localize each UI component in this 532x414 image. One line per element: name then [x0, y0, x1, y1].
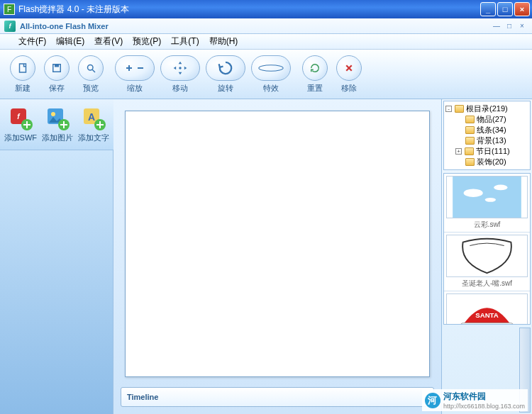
svg-point-22: [464, 189, 483, 197]
folder-icon: [465, 137, 475, 145]
thumbnail-item[interactable]: SANTA圣诞老人-帽子.swf: [444, 291, 530, 325]
tree-item[interactable]: +节日(111): [445, 146, 528, 157]
svg-point-3: [88, 65, 94, 70]
timeline-wrap: Timeline: [113, 384, 441, 414]
add-swf-button[interactable]: f 添加SWF: [4, 106, 37, 143]
preview-label: 预览: [83, 83, 99, 94]
timeline[interactable]: Timeline: [121, 387, 434, 407]
collapse-icon[interactable]: -: [445, 106, 452, 112]
folder-icon: [465, 147, 474, 155]
thumbnail-label: 云彩.swf: [474, 220, 501, 228]
move-label: 移动: [172, 83, 188, 94]
svg-rect-25: [460, 323, 514, 325]
save-button[interactable]: 保存: [40, 55, 74, 94]
svg-point-16: [51, 112, 55, 116]
svg-rect-2: [55, 64, 59, 67]
reset-label: 重置: [307, 83, 323, 94]
menu-tools[interactable]: 工具(T): [171, 35, 199, 47]
toolbar: 新建 保存 预览 缩放 移动 旋转 特效 重置: [0, 50, 532, 99]
mdi-controls: — □ ×: [491, 21, 528, 31]
reset-button[interactable]: 重置: [298, 55, 332, 94]
svg-point-8: [179, 67, 182, 69]
app-title: All-into-one Flash Mixer: [20, 22, 109, 30]
add-text-label: 添加文字: [78, 133, 109, 143]
add-image-button[interactable]: 添加图片: [42, 106, 73, 143]
zoom-label: 缩放: [127, 83, 143, 94]
window-title: Flash搅拌器 4.0 - 未注册版本: [18, 4, 129, 16]
window-controls: _ □ ×: [480, 2, 532, 16]
expand-icon[interactable]: +: [455, 148, 462, 155]
app-logo-icon: f: [4, 21, 16, 32]
add-text-button[interactable]: A 添加文字: [78, 106, 109, 143]
folder-icon: [465, 158, 475, 166]
tree-item-label: 节日(111): [476, 146, 510, 157]
remove-label: 移除: [341, 83, 357, 94]
rotate-button[interactable]: 旋转: [203, 55, 248, 94]
move-button[interactable]: 移动: [157, 55, 203, 94]
save-label: 保存: [49, 83, 65, 94]
svg-rect-0: [20, 64, 26, 72]
tree-item[interactable]: 背景(13): [445, 135, 528, 146]
left-panel: f 添加SWF 添加图片 A 添加文字: [0, 99, 113, 414]
add-toolbar: f 添加SWF 添加图片 A 添加文字: [0, 99, 113, 150]
tree-item[interactable]: 线条(34): [445, 125, 528, 135]
menu-help[interactable]: 帮助(H): [209, 35, 238, 47]
menu-view[interactable]: 查看(V): [94, 35, 123, 47]
new-label: 新建: [15, 83, 31, 94]
remove-button[interactable]: 移除: [332, 55, 366, 94]
svg-point-24: [485, 198, 496, 202]
folder-icon: [465, 126, 475, 134]
thumbnail-item[interactable]: 圣诞老人-嘴.swf: [444, 233, 530, 291]
mdi-close-button[interactable]: ×: [516, 21, 528, 31]
menu-preview[interactable]: 预览(P): [133, 35, 161, 47]
menu-edit[interactable]: 编辑(E): [56, 35, 84, 47]
zoom-button[interactable]: 缩放: [112, 55, 157, 94]
close-button[interactable]: ×: [514, 2, 530, 16]
thumbnail-list[interactable]: 云彩.swf圣诞老人-嘴.swfSANTA圣诞老人-帽子.swf: [443, 173, 531, 325]
app-icon: F: [4, 4, 15, 15]
folder-icon: [455, 105, 464, 113]
svg-line-4: [92, 69, 95, 72]
tree-item-label: 物品(27): [477, 114, 506, 125]
rotate-label: 旋转: [218, 83, 233, 94]
preview-button[interactable]: 预览: [74, 55, 108, 94]
svg-text:SANTA: SANTA: [475, 311, 499, 319]
canvas[interactable]: [125, 111, 430, 377]
svg-rect-21: [453, 177, 521, 218]
watermark-logo-icon: 河: [425, 393, 440, 408]
folder-icon: [465, 116, 475, 123]
timeline-label: Timeline: [127, 393, 158, 401]
menubar: 文件(F) 编辑(E) 查看(V) 预览(P) 工具(T) 帮助(H): [0, 34, 532, 50]
layer-list[interactable]: [0, 150, 113, 414]
watermark: 河 河东软件园 http://lxc66188.blog.163.com: [422, 389, 528, 411]
tree-item-label: 线条(34): [477, 125, 506, 135]
maximize-button[interactable]: □: [497, 2, 513, 16]
tree-root-label: 根目录(219): [466, 103, 508, 114]
thumbnail-preview: [446, 235, 528, 277]
center-panel: Timeline: [113, 99, 441, 414]
thumbnail-item[interactable]: 云彩.swf: [444, 174, 530, 233]
menu-file[interactable]: 文件(F): [18, 35, 46, 47]
tree-item-label: 背景(13): [477, 135, 506, 146]
watermark-name: 河东软件园: [443, 391, 486, 401]
new-button[interactable]: 新建: [6, 55, 40, 94]
add-swf-label: 添加SWF: [4, 133, 37, 143]
add-image-label: 添加图片: [42, 133, 73, 143]
thumbnail-label: 圣诞老人-嘴.swf: [462, 279, 512, 287]
tree-root[interactable]: -根目录(219): [445, 103, 528, 114]
minimize-button[interactable]: _: [480, 2, 496, 16]
watermark-blog: http://lxc66188.blog.163.com: [443, 403, 525, 410]
right-panel: -根目录(219) 物品(27)线条(34)背景(13)+节日(111)装饰(2…: [441, 99, 532, 414]
tree-item[interactable]: 物品(27): [445, 114, 528, 125]
tree-item-label: 装饰(20): [477, 157, 506, 167]
svg-text:A: A: [88, 111, 95, 123]
svg-point-23: [494, 185, 507, 191]
thumbnail-preview: SANTA: [446, 293, 528, 325]
tree-item[interactable]: 装饰(20): [445, 157, 528, 167]
asset-tree[interactable]: -根目录(219) 物品(27)线条(34)背景(13)+节日(111)装饰(2…: [443, 101, 531, 170]
mdi-maximize-button[interactable]: □: [504, 21, 515, 31]
effect-label: 特效: [263, 83, 279, 94]
mdi-minimize-button[interactable]: —: [491, 21, 502, 31]
effect-button[interactable]: 特效: [248, 55, 294, 94]
app-header: f All-into-one Flash Mixer — □ ×: [0, 18, 532, 34]
